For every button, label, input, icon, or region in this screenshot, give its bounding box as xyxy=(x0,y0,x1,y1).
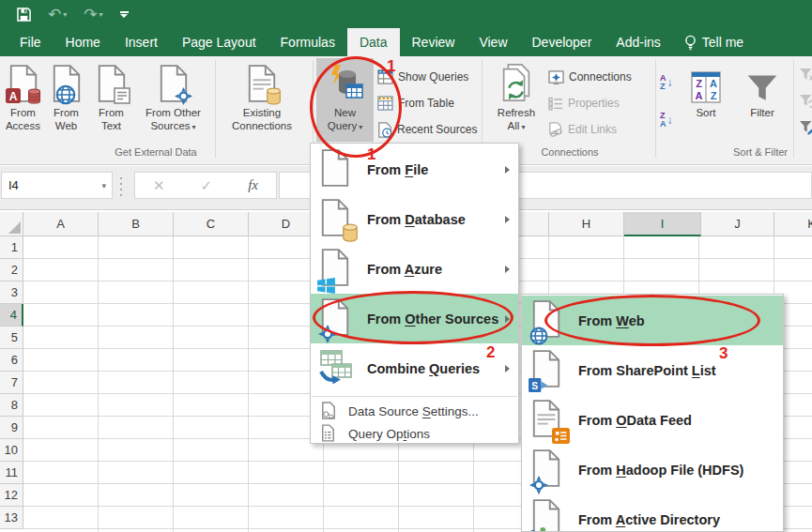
menu-item-from-file[interactable]: From File xyxy=(311,144,518,194)
tell-me-box[interactable]: Tell me xyxy=(675,28,753,56)
tab-formulas[interactable]: Formulas xyxy=(268,28,347,56)
submenu-arrow-icon xyxy=(505,315,510,323)
tab-add-ins[interactable]: Add-ins xyxy=(604,28,672,56)
tab-file[interactable]: File xyxy=(8,28,54,56)
sort-descending-button[interactable]: ZA ↓ xyxy=(660,109,673,131)
menu-item-from-azure[interactable]: From Azure xyxy=(311,244,518,294)
hadoop-icon xyxy=(530,448,566,492)
row-header-10[interactable]: 10 xyxy=(0,439,23,462)
row-header-9[interactable]: 9 xyxy=(0,417,23,439)
recent-sources-button[interactable]: Recent Sources xyxy=(377,118,477,141)
svg-text:Z: Z xyxy=(696,78,702,89)
advanced-filter-button[interactable] xyxy=(799,116,812,139)
filter-button[interactable]: Filter xyxy=(738,58,787,144)
arrow-down-icon: ↓ xyxy=(667,114,673,127)
redo-dropdown-icon[interactable]: ▾ xyxy=(100,10,103,19)
column-header-I[interactable]: I xyxy=(624,212,701,236)
row-header-2[interactable]: 2 xyxy=(0,259,23,281)
from-other-sources-button[interactable]: From OtherSources▾ xyxy=(134,58,212,144)
submenu-item-from-web[interactable]: From Web xyxy=(522,296,783,345)
excel-window: ↶▾ ↷▾ File Home Insert Page Layout Formu… xyxy=(0,0,812,532)
from-web-button[interactable]: FromWeb xyxy=(45,58,87,144)
menu-item-from-other-sources[interactable]: From Other Sources xyxy=(311,294,518,343)
edit-links-button[interactable]: Edit Links xyxy=(548,118,617,141)
clear-filter-button[interactable] xyxy=(799,64,812,86)
name-box-dropdown-icon[interactable]: ▾ xyxy=(101,181,106,190)
sort-ascending-button[interactable]: AZ ↓ xyxy=(660,71,673,94)
row-header-1[interactable]: 1 xyxy=(0,236,23,259)
tab-developer[interactable]: Developer xyxy=(520,28,605,56)
title-bar: ↶▾ ↷▾ xyxy=(0,0,812,28)
column-header-B[interactable]: B xyxy=(99,212,174,236)
submenu-arrow-icon xyxy=(505,365,510,372)
row-header-8[interactable]: 8 xyxy=(0,394,23,417)
row-header-11[interactable]: 11 xyxy=(0,462,23,484)
column-header-H[interactable]: H xyxy=(549,212,624,236)
undo-button[interactable]: ↶▾ xyxy=(48,7,67,23)
sort-button[interactable]: Z A A Z Sort xyxy=(685,58,727,144)
tab-insert[interactable]: Insert xyxy=(113,28,170,56)
row-header-4[interactable]: 4 xyxy=(0,304,23,327)
column-header-J[interactable]: J xyxy=(701,212,774,236)
customize-quick-access-button[interactable] xyxy=(120,11,129,18)
confirm-entry-icon[interactable]: ✓ xyxy=(201,177,213,194)
tab-data[interactable]: Data xyxy=(347,28,400,56)
other-sources-icon xyxy=(319,297,355,341)
new-query-icon xyxy=(328,62,363,103)
redo-button[interactable]: ↷▾ xyxy=(84,7,102,23)
group-label-get-external-data: Get External Data xyxy=(0,146,312,158)
from-access-icon: A xyxy=(8,62,39,103)
submenu-item-from-odata-feed[interactable]: From OData Feed xyxy=(522,395,783,445)
select-all-corner[interactable] xyxy=(0,212,23,236)
group-divider xyxy=(655,60,656,158)
undo-dropdown-icon[interactable]: ▾ xyxy=(63,10,67,19)
submenu-arrow-icon xyxy=(505,216,510,223)
arrow-down-icon: ↓ xyxy=(667,76,673,89)
tell-me-label: Tell me xyxy=(702,35,743,50)
insert-function-icon[interactable]: fx xyxy=(248,177,258,193)
menu-item-combine-queries[interactable]: Combine Queries xyxy=(311,343,518,393)
properties-button[interactable]: Properties xyxy=(548,92,620,114)
menu-item-query-options[interactable]: Query Options xyxy=(311,422,518,445)
tab-view[interactable]: View xyxy=(467,28,519,56)
new-query-button[interactable]: NewQuery▾ xyxy=(316,58,374,142)
formula-buttons: ✕ ✓ fx xyxy=(134,172,277,199)
show-queries-icon xyxy=(377,69,393,84)
column-header-A[interactable]: A xyxy=(23,212,99,236)
row-header-13[interactable]: 13 xyxy=(0,507,23,529)
undo-icon: ↶ xyxy=(48,7,61,23)
connections-button[interactable]: Connections xyxy=(548,66,632,88)
sharepoint-icon: S xyxy=(530,349,566,392)
row-header-3[interactable]: 3 xyxy=(0,281,23,304)
refresh-all-button[interactable]: RefreshAll▾ xyxy=(488,58,544,144)
tab-home[interactable]: Home xyxy=(54,28,113,56)
formula-bar-resize-handle[interactable] xyxy=(119,175,123,196)
from-access-button[interactable]: A FromAccess xyxy=(2,58,44,144)
sort-dialog-icon: Z A A Z xyxy=(691,62,721,103)
submenu-item-from-sharepoint-list[interactable]: S From SharePoint List xyxy=(522,345,783,395)
active-directory-icon xyxy=(530,498,566,532)
reapply-filter-button[interactable] xyxy=(799,90,812,113)
from-text-button[interactable]: FromText xyxy=(90,58,132,144)
tab-page-layout[interactable]: Page Layout xyxy=(170,28,268,56)
column-header-C[interactable]: C xyxy=(174,212,249,236)
menu-item-from-database[interactable]: From Database xyxy=(311,194,518,244)
name-box[interactable]: I4 ▾ xyxy=(1,172,113,199)
submenu-item-from-active-directory[interactable]: From Active Directory xyxy=(522,494,783,532)
row-header-12[interactable]: 12 xyxy=(0,484,23,507)
show-queries-button[interactable]: Show Queries xyxy=(377,66,468,88)
submenu-item-from-hadoop-file[interactable]: From Hadoop File (HDFS) xyxy=(522,445,783,494)
existing-connections-button[interactable]: ExistingConnections xyxy=(220,58,304,144)
submenu-arrow-icon xyxy=(505,166,510,174)
save-button[interactable] xyxy=(17,8,31,22)
column-header-K[interactable]: K xyxy=(774,212,812,236)
dropdown-caret-icon: ▾ xyxy=(359,123,362,131)
from-table-icon xyxy=(377,96,393,111)
cancel-entry-icon[interactable]: ✕ xyxy=(153,177,165,194)
menu-item-data-source-settings[interactable]: Data Source Settings... xyxy=(311,400,518,422)
row-header-6[interactable]: 6 xyxy=(0,349,23,372)
row-header-5[interactable]: 5 xyxy=(0,327,23,349)
row-header-7[interactable]: 7 xyxy=(0,372,23,394)
from-table-button[interactable]: From Table xyxy=(377,92,454,114)
tab-review[interactable]: Review xyxy=(400,28,467,56)
